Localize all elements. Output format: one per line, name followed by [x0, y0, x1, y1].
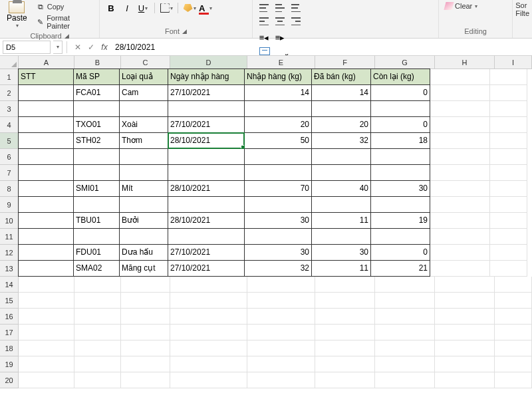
align-middle-button[interactable] [273, 1, 287, 15]
cell-C15[interactable] [121, 293, 170, 309]
cell-G6[interactable] [370, 148, 430, 165]
cell-B16[interactable] [74, 309, 121, 325]
cell-G17[interactable] [375, 325, 435, 340]
cell-G19[interactable] [375, 356, 435, 372]
cell-D15[interactable] [170, 293, 247, 309]
row-header-15[interactable]: 15 [0, 293, 18, 309]
cell-D16[interactable] [170, 309, 247, 325]
clear-button[interactable]: Clear ▾ [443, 1, 479, 11]
row-header-3[interactable]: 3 [0, 101, 18, 117]
cell-F19[interactable] [315, 356, 375, 372]
cell-D17[interactable] [170, 325, 247, 340]
cell-F5[interactable]: 32 [311, 132, 371, 149]
cell-I17[interactable] [495, 325, 532, 340]
cell-D19[interactable] [170, 356, 247, 372]
cell-I11[interactable] [490, 229, 527, 245]
cell-A20[interactable] [19, 372, 74, 388]
cell-C7[interactable] [119, 164, 168, 181]
cell-D1[interactable]: Ngày nhập hàng [168, 68, 245, 85]
cell-F2[interactable]: 14 [311, 84, 371, 101]
cell-A18[interactable] [19, 340, 74, 356]
cell-H1[interactable] [430, 69, 490, 85]
align-center-button[interactable] [273, 15, 287, 28]
clipboard-dialog-launcher[interactable]: ◢ [65, 33, 69, 39]
cell-C20[interactable] [121, 372, 170, 388]
cell-H4[interactable] [430, 117, 490, 133]
row-header-2[interactable]: 2 [0, 85, 18, 101]
cell-D4[interactable]: 27/10/2021 [168, 116, 245, 133]
cell-H9[interactable] [430, 197, 490, 213]
cell-I13[interactable] [490, 261, 527, 277]
cell-I19[interactable] [495, 356, 532, 372]
cell-G10[interactable]: 19 [370, 212, 430, 229]
cell-F9[interactable] [311, 196, 371, 213]
cell-H2[interactable] [430, 85, 490, 101]
cell-B4[interactable]: TXO01 [73, 116, 120, 133]
cell-B2[interactable]: FCA01 [73, 84, 120, 101]
cell-B17[interactable] [74, 325, 121, 340]
cell-I10[interactable] [490, 213, 527, 229]
cell-H8[interactable] [430, 181, 490, 197]
cell-A5[interactable] [18, 132, 74, 149]
cell-G7[interactable] [370, 164, 430, 181]
cell-D13[interactable]: 27/10/2021 [168, 260, 245, 277]
cell-B7[interactable] [73, 164, 120, 181]
cell-I3[interactable] [490, 101, 527, 117]
cell-F17[interactable] [315, 325, 375, 340]
cell-E20[interactable] [247, 372, 315, 388]
cell-B6[interactable] [73, 148, 120, 165]
cell-H19[interactable] [435, 356, 495, 372]
cell-A10[interactable] [18, 212, 74, 229]
cell-F3[interactable] [311, 100, 371, 117]
cell-F15[interactable] [315, 293, 375, 309]
cell-E7[interactable] [244, 164, 312, 181]
cell-D10[interactable]: 28/10/2021 [168, 212, 245, 229]
formula-input[interactable] [111, 41, 532, 54]
cell-I12[interactable] [490, 245, 527, 261]
cell-D8[interactable]: 28/10/2021 [168, 180, 245, 197]
cell-C2[interactable]: Cam [119, 84, 168, 101]
italic-button[interactable]: I [120, 1, 134, 15]
cell-D5[interactable]: 28/10/2021 [168, 132, 245, 149]
cell-B13[interactable]: SMA02 [73, 260, 120, 277]
cell-A2[interactable] [18, 84, 74, 101]
cell-C18[interactable] [121, 340, 170, 356]
row-header-19[interactable]: 19 [0, 356, 18, 372]
cell-B3[interactable] [73, 100, 120, 117]
cell-G4[interactable]: 0 [370, 116, 430, 133]
cell-F20[interactable] [315, 372, 375, 388]
cell-E14[interactable] [247, 277, 315, 293]
cell-A4[interactable] [18, 116, 74, 133]
cell-E12[interactable]: 30 [244, 244, 312, 261]
cell-C11[interactable] [119, 228, 168, 245]
cell-E2[interactable]: 14 [244, 84, 312, 101]
cell-G2[interactable]: 0 [370, 84, 430, 101]
column-header-I[interactable]: I [495, 56, 532, 68]
cell-C12[interactable]: Dưa hấu [119, 244, 168, 261]
cell-B14[interactable] [74, 277, 121, 293]
paste-button[interactable]: Paste ▾ [4, 1, 30, 29]
cell-C14[interactable] [121, 277, 170, 293]
cell-A12[interactable] [18, 244, 74, 261]
cell-A9[interactable] [18, 196, 74, 213]
cell-B10[interactable]: TBU01 [73, 212, 120, 229]
cell-F12[interactable]: 30 [311, 244, 371, 261]
cell-G1[interactable]: Còn lại (kg) [370, 68, 430, 85]
cell-F16[interactable] [315, 309, 375, 325]
cell-B12[interactable]: FDU01 [73, 244, 120, 261]
cell-G12[interactable]: 0 [370, 244, 430, 261]
cell-F13[interactable]: 11 [311, 260, 371, 277]
cell-C8[interactable]: Mít [119, 180, 168, 197]
cell-E4[interactable]: 20 [244, 116, 312, 133]
name-box[interactable]: D5 [3, 41, 51, 54]
cell-H14[interactable] [435, 277, 495, 293]
cell-D2[interactable]: 27/10/2021 [168, 84, 245, 101]
align-bottom-button[interactable] [289, 1, 303, 15]
cell-E9[interactable] [244, 196, 312, 213]
cell-A11[interactable] [18, 228, 74, 245]
row-header-14[interactable]: 14 [0, 277, 18, 293]
column-header-B[interactable]: B [74, 56, 121, 68]
row-header-13[interactable]: 13 [0, 261, 18, 277]
cell-D7[interactable] [168, 164, 245, 181]
cell-B19[interactable] [74, 356, 121, 372]
